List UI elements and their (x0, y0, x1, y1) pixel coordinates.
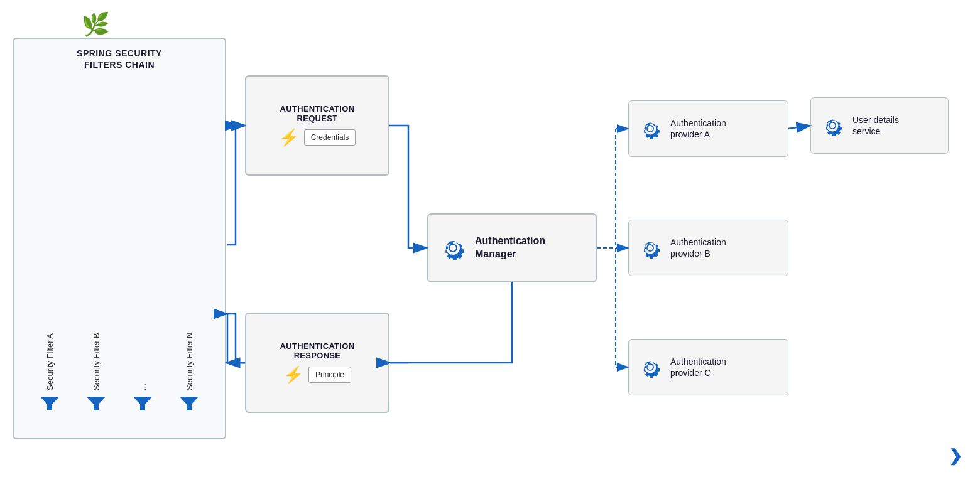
spring-logo: 🌿 (82, 11, 110, 38)
auth-response-title: AUTHENTICATION RESPONSE (280, 341, 355, 360)
filter-col-b: Security Filter B (87, 82, 106, 418)
user-details-box: User details service (810, 97, 949, 154)
auth-request-title: AUTHENTICATION REQUEST (280, 104, 355, 123)
gear-icon-user-details (821, 114, 844, 137)
auth-response-row: ⚡ Principle (283, 365, 351, 385)
bolt-icon-response: ⚡ (283, 365, 303, 385)
auth-provider-b-box: Authentication provider B (628, 220, 788, 276)
svg-marker-3 (180, 397, 199, 410)
auth-request-row: ⚡ Credentials (279, 128, 356, 147)
gear-icon-provider-c (639, 356, 662, 378)
filters-chain-box: SPRING SECURITY FILTERS CHAIN Security F… (13, 38, 226, 439)
filter-col-dots: ... (133, 82, 152, 418)
auth-response-box: AUTHENTICATION RESPONSE ⚡ Principle (245, 313, 389, 413)
filter-icon-n (180, 395, 199, 412)
svg-line-12 (788, 126, 810, 129)
auth-provider-a-box: Authentication provider A (628, 100, 788, 157)
filter-label-a: Security Filter A (45, 88, 55, 390)
provider-b-label: Authentication provider B (670, 237, 726, 259)
svg-marker-0 (40, 397, 59, 410)
auth-manager-box: Authentication Manager (427, 213, 597, 282)
auth-provider-c-box: Authentication provider C (628, 339, 788, 395)
codica-logo: ❯ (949, 446, 962, 466)
provider-a-label: Authentication provider A (670, 117, 726, 140)
svg-marker-1 (87, 397, 106, 410)
auth-manager-label: Authentication Manager (475, 235, 545, 261)
filter-icon-a (40, 395, 59, 412)
gear-icon-manager (440, 235, 466, 261)
provider-c-label: Authentication provider C (670, 356, 726, 378)
user-details-label: User details service (852, 114, 899, 137)
filter-label-dots: ... (138, 88, 148, 390)
filter-icon-dots (133, 395, 152, 412)
gear-icon-provider-b (639, 237, 662, 259)
credentials-label: Credentials (304, 129, 356, 146)
filter-label-b: Security Filter B (92, 88, 101, 390)
auth-request-box: AUTHENTICATION REQUEST ⚡ Credentials (245, 75, 389, 176)
filter-icon-b (87, 395, 106, 412)
svg-marker-2 (133, 397, 152, 410)
principle-label: Principle (308, 367, 351, 383)
filter-col-n: Security Filter N (180, 82, 199, 418)
filter-label-n: Security Filter N (185, 88, 194, 390)
filter-col-a: Security Filter A (40, 82, 59, 418)
filters-chain-title: SPRING SECURITY FILTERS CHAIN (14, 39, 225, 75)
gear-icon-provider-a (639, 117, 662, 140)
bolt-icon-request: ⚡ (279, 128, 299, 147)
